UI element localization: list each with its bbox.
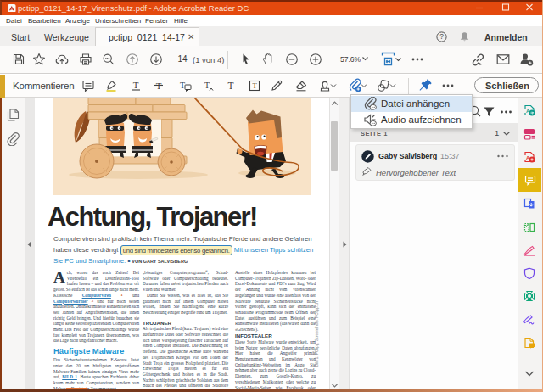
svg-text:T: T (227, 81, 233, 91)
svg-text:T: T (133, 80, 139, 90)
svg-text:?: ? (439, 32, 444, 41)
svg-text:T: T (252, 81, 257, 90)
svg-text:T: T (204, 81, 210, 90)
svg-text:T: T (180, 81, 185, 90)
